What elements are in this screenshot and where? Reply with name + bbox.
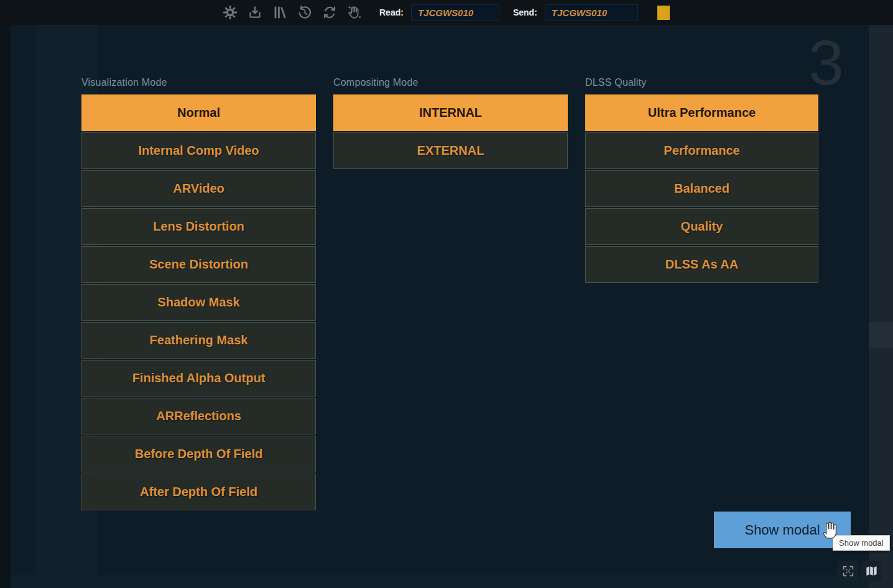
- io-fields: Read: Send:: [379, 0, 670, 25]
- map-icon: [864, 564, 879, 578]
- panel-title: Visualization Mode: [81, 77, 316, 88]
- show-modal-tooltip: Show modal: [833, 535, 890, 551]
- bottom-band: [11, 575, 869, 588]
- option-ultra-performance[interactable]: Ultra Performance: [585, 94, 818, 131]
- send-input[interactable]: [545, 4, 638, 21]
- option-internal[interactable]: INTERNAL: [333, 94, 568, 131]
- left-edge-strip: [0, 25, 11, 588]
- option-normal[interactable]: Normal: [81, 94, 316, 131]
- panel-title: Compositing Mode: [333, 77, 568, 88]
- option-external[interactable]: EXTERNAL: [333, 132, 568, 169]
- panel-visualization-mode: Visualization ModeNormalInternal Comp Vi…: [81, 77, 316, 512]
- panel-compositing-mode: Compositing ModeINTERNALEXTERNAL: [333, 77, 568, 170]
- library-icon[interactable]: [271, 4, 288, 21]
- read-input[interactable]: [411, 4, 499, 21]
- download-icon[interactable]: [246, 4, 263, 21]
- pan-hand-icon[interactable]: [346, 4, 363, 21]
- option-scene-distortion[interactable]: Scene Distortion: [81, 246, 316, 283]
- option-performance[interactable]: Performance: [585, 132, 818, 169]
- scrollbar-thumb[interactable]: [869, 322, 893, 348]
- map-button[interactable]: [861, 561, 882, 581]
- status-indicator: [657, 6, 670, 20]
- panel-title: DLSS Quality: [585, 77, 818, 88]
- fit-to-screen-button[interactable]: [838, 561, 858, 581]
- show-modal-button[interactable]: Show modal: [714, 512, 851, 548]
- option-internal-comp-video[interactable]: Internal Comp Video: [81, 132, 316, 169]
- read-label: Read:: [379, 7, 404, 17]
- option-before-depth-of-field[interactable]: Before Depth Of Field: [81, 436, 316, 472]
- option-after-depth-of-field[interactable]: After Depth Of Field: [81, 474, 316, 510]
- history-icon[interactable]: [296, 4, 313, 21]
- option-arvideo[interactable]: ARVideo: [81, 170, 316, 207]
- settings-icon[interactable]: [221, 4, 238, 21]
- option-arreflections[interactable]: ARReflections: [81, 398, 316, 434]
- option-lens-distortion[interactable]: Lens Distortion: [81, 208, 316, 245]
- toolbar: Read: Send:: [0, 0, 893, 25]
- option-quality[interactable]: Quality: [585, 208, 818, 245]
- option-dlss-as-aa[interactable]: DLSS As AA: [585, 246, 818, 283]
- option-shadow-mask[interactable]: Shadow Mask: [81, 284, 316, 321]
- toolbar-icons: [221, 0, 363, 25]
- option-finished-alpha-output[interactable]: Finished Alpha Output: [81, 360, 316, 397]
- option-balanced[interactable]: Balanced: [585, 170, 818, 207]
- right-side-strip: [869, 25, 893, 588]
- fit-to-screen-icon: [841, 564, 855, 578]
- send-label: Send:: [513, 7, 537, 17]
- sync-icon[interactable]: [321, 4, 338, 21]
- panel-dlss-quality: DLSS QualityUltra PerformancePerformance…: [585, 77, 818, 284]
- option-feathering-mask[interactable]: Feathering Mask: [81, 322, 316, 359]
